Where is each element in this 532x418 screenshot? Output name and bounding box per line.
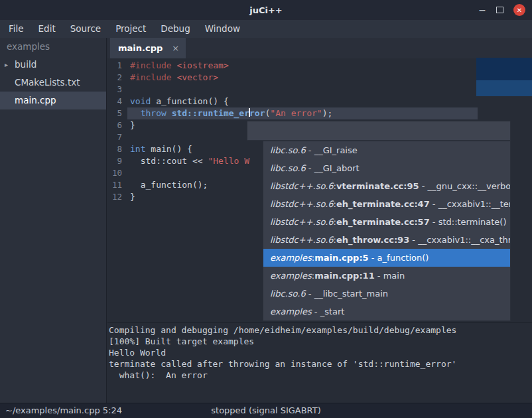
frame-func: - __GI_abort	[306, 163, 360, 173]
frame-func: - __cxxabiv1::__tern	[430, 199, 510, 209]
frame-lib: examples	[270, 271, 312, 281]
frame-file: vterminate.cc:95	[336, 181, 419, 191]
frame-file: eh_throw.cc:93	[336, 235, 409, 245]
console-output: Compiling and debugging /home/eidheim/ex…	[107, 322, 532, 403]
code-text	[127, 131, 130, 143]
line-number: 8	[107, 143, 127, 155]
code-token: }	[130, 120, 135, 130]
code-text: std::cout << "Hello W	[127, 155, 249, 167]
stack-frame-item[interactable]: libstdc++.so.6:eh_terminate.cc:57 - std:…	[263, 213, 510, 231]
line-number: 6	[107, 119, 127, 131]
code-token: throw	[141, 108, 166, 118]
code-token: a_function();	[130, 180, 208, 190]
console-line: what(): An error	[109, 370, 532, 381]
frame-func: - __gnu_cxx::__verbos	[419, 181, 510, 191]
code-line: 2 #include <vector>	[107, 72, 532, 84]
line-number: 11	[107, 179, 127, 191]
menu-item-source[interactable]: Source	[63, 20, 108, 38]
window-controls: − ✕	[478, 0, 525, 20]
code-token: <vector>	[176, 72, 218, 82]
console-line: Compiling and debugging /home/eidheim/ex…	[109, 324, 532, 336]
code-text	[127, 167, 130, 179]
code-token: void	[130, 96, 151, 106]
frame-func: - __libc_start_main	[306, 289, 388, 299]
tab-close-icon[interactable]: ×	[172, 43, 179, 53]
line-number: 3	[107, 84, 127, 96]
code-token	[130, 108, 141, 118]
code-text: int main() {	[127, 143, 192, 155]
tree-item-main-cpp[interactable]: main.cpp	[0, 92, 106, 109]
frame-lib: libc.so.6	[270, 289, 306, 299]
tab-main-cpp[interactable]: main.cpp ×	[110, 38, 186, 58]
juci-window: juCi++ − ✕ File Edit Source Project Debu…	[0, 0, 532, 418]
code-text: }	[127, 119, 135, 131]
console-line: terminate called after throwing an insta…	[109, 358, 532, 370]
close-icon[interactable]: ✕	[513, 4, 525, 16]
code-line: 3	[107, 84, 532, 96]
stack-frame-item[interactable]: libstdc++.so.6:eh_terminate.cc:47 - __cx…	[263, 195, 510, 213]
stack-frame-item[interactable]: libc.so.6 - __GI_abort	[263, 159, 510, 177]
status-debug-state: stopped (signal SIGABRT)	[211, 403, 320, 418]
frame-lib: examples	[270, 307, 312, 316]
line-number: 10	[107, 167, 127, 179]
code-line: 1 #include <iostream>	[107, 60, 532, 72]
frame-file: eh_terminate.cc:57	[336, 217, 430, 227]
tree-item-build[interactable]: ▸ build	[0, 56, 106, 74]
menubar: File Edit Source Project Debug Window	[0, 20, 532, 38]
stack-frame-item[interactable]: libstdc++.so.6:vterminate.cc:95 - __gnu_…	[263, 177, 510, 195]
stack-frame-item[interactable]: libc.so.6 - __GI_raise	[263, 141, 510, 159]
frame-lib: examples	[270, 253, 312, 263]
code-text: }	[127, 191, 135, 203]
line-number: 12	[107, 191, 127, 203]
frame-func: - __GI_raise	[306, 145, 358, 155]
tree-item-cmakelists[interactable]: CMakeLists.txt	[0, 74, 106, 92]
expander-arrow-icon[interactable]: ▸	[5, 56, 8, 74]
stack-frame-item[interactable]: libc.so.6 - __libc_start_main	[263, 285, 510, 303]
frame-file: main.cpp:5	[314, 253, 369, 263]
code-token: "An error"	[270, 108, 322, 118]
doc-tooltip	[476, 58, 532, 96]
menu-item-edit[interactable]: Edit	[31, 20, 63, 38]
stack-frame-item[interactable]: examples - _start	[263, 303, 510, 320]
tree-item-label: CMakeLists.txt	[15, 77, 80, 88]
stack-frame-item-selected[interactable]: examples:main.cpp:5 - a_function()	[263, 249, 510, 267]
frame-func: - a_function()	[369, 253, 429, 263]
code-text: #include <vector>	[127, 72, 218, 84]
code-token: int	[130, 144, 145, 154]
code-token: std::cout <<	[130, 156, 208, 166]
tabbar: main.cpp ×	[107, 38, 532, 58]
code-token: ror	[249, 108, 265, 118]
frame-func: - _start	[312, 307, 345, 316]
code-line: 4 void a_function() {	[107, 96, 532, 107]
menu-item-window[interactable]: Window	[198, 20, 247, 38]
frame-lib: libstdc++.so.6	[270, 181, 334, 191]
line-number: 9	[107, 155, 127, 167]
restore-icon[interactable]	[496, 7, 503, 13]
tree-item-label: main.cpp	[15, 95, 56, 105]
code-text: void a_function() {	[127, 96, 229, 107]
stack-frame-item[interactable]: libstdc++.so.6:eh_throw.cc:93 - __cxxabi…	[263, 231, 510, 249]
frame-func: - std::terminate()	[430, 217, 507, 227]
menu-item-debug[interactable]: Debug	[153, 20, 197, 38]
tree-item-label: build	[15, 59, 36, 70]
stack-trace-popup: libc.so.6 - __GI_raise libc.so.6 - __GI_…	[263, 141, 511, 321]
console-line: Hello World	[109, 347, 532, 358]
code-token: <iostream>	[176, 60, 228, 70]
frame-file: eh_terminate.cc:47	[336, 199, 430, 209]
minimize-icon[interactable]: −	[478, 5, 486, 15]
code-token: a_function() {	[151, 96, 228, 106]
code-text: a_function();	[127, 179, 208, 191]
frame-file: main.cpp:11	[314, 271, 375, 281]
code-token	[166, 108, 172, 118]
console-line: [100%] Built target examples	[109, 336, 532, 347]
code-token: std::runtime_er	[172, 108, 249, 118]
stack-frame-item[interactable]: examples:main.cpp:11 - main	[263, 267, 510, 285]
code-text: throw std::runtime_error("An error");	[127, 107, 332, 119]
titlebar: juCi++ − ✕	[0, 0, 532, 20]
code-token: main() {	[145, 144, 192, 154]
frame-lib: libstdc++.so.6	[270, 199, 334, 209]
menu-item-project[interactable]: Project	[108, 20, 153, 38]
line-number: 5	[107, 107, 127, 119]
menu-item-file[interactable]: File	[1, 20, 31, 38]
project-folder-label: examples	[0, 38, 106, 56]
